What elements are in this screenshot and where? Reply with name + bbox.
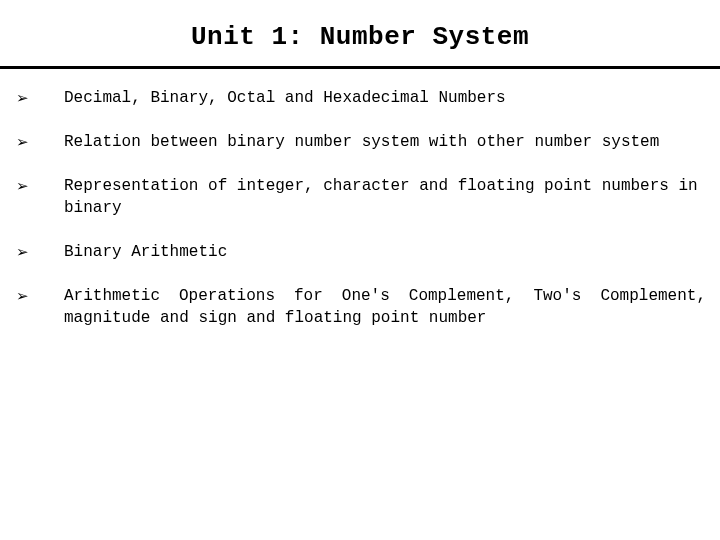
list-item-text: Arithmetic Operations for One's Compleme… xyxy=(64,285,706,329)
list-item: ➢ Arithmetic Operations for One's Comple… xyxy=(14,285,706,329)
title-block: Unit 1: Number System xyxy=(0,0,720,66)
chevron-right-icon: ➢ xyxy=(14,131,64,153)
chevron-right-icon: ➢ xyxy=(14,87,64,109)
list-item: ➢ Relation between binary number system … xyxy=(14,131,706,153)
list-item-text: Binary Arithmetic xyxy=(64,241,706,263)
chevron-right-icon: ➢ xyxy=(14,241,64,263)
list-item-text: Representation of integer, character and… xyxy=(64,175,706,219)
list-item: ➢ Decimal, Binary, Octal and Hexadecimal… xyxy=(14,87,706,109)
page-title: Unit 1: Number System xyxy=(191,22,529,52)
chevron-right-icon: ➢ xyxy=(14,285,64,307)
chevron-right-icon: ➢ xyxy=(14,175,64,197)
list-item: ➢ Representation of integer, character a… xyxy=(14,175,706,219)
content-area: ➢ Decimal, Binary, Octal and Hexadecimal… xyxy=(0,69,720,329)
list-item-text: Decimal, Binary, Octal and Hexadecimal N… xyxy=(64,87,706,109)
list-item: ➢ Binary Arithmetic xyxy=(14,241,706,263)
slide-page: Unit 1: Number System ➢ Decimal, Binary,… xyxy=(0,0,720,540)
list-item-text: Relation between binary number system wi… xyxy=(64,131,706,153)
